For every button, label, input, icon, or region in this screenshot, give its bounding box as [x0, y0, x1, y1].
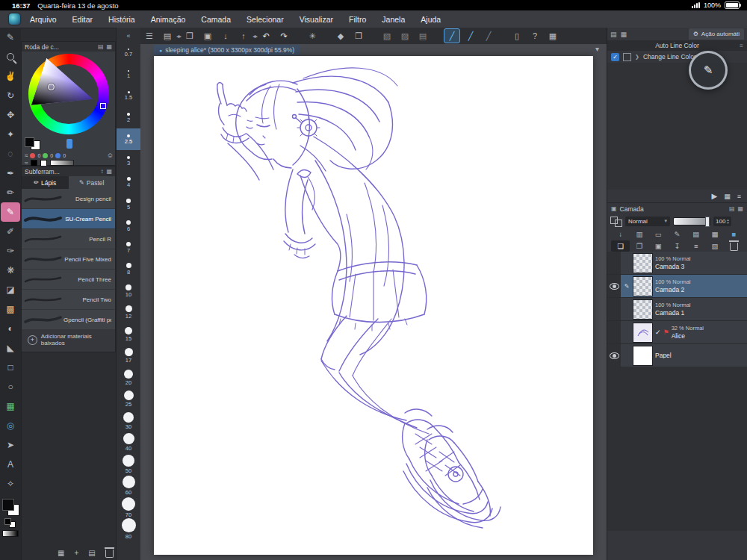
panel-list-icon[interactable]: ▤: [610, 31, 617, 38]
brush-item-pencil-five-mixed[interactable]: Pencil Five Mixed: [22, 249, 115, 270]
size-cell[interactable]: 10: [117, 280, 141, 302]
snap-perspective-icon[interactable]: ▨: [397, 29, 412, 43]
blend-tool[interactable]: ◐: [1, 319, 20, 338]
blend-drop-icon[interactable]: ◆: [333, 29, 348, 43]
size-cell[interactable]: 5: [117, 193, 141, 215]
brush-item-pencil-two[interactable]: Pencil Two: [22, 290, 115, 310]
grid-view-icon[interactable]: ▦: [58, 549, 64, 557]
move-tool[interactable]: ✥: [1, 105, 20, 125]
menu-historia[interactable]: História: [108, 15, 135, 24]
action-menu-icon[interactable]: ≡: [737, 193, 741, 200]
merge-down-button[interactable]: ≡: [686, 240, 705, 252]
new-raster-layer-button[interactable]: ❏: [611, 240, 630, 252]
brush-item-gpencil[interactable]: Gpencil (Graffiti pencil): [22, 310, 115, 330]
material-page-icon[interactable]: ▯: [509, 29, 524, 43]
hue-cursor[interactable]: [100, 103, 106, 109]
figure-square-tool[interactable]: □: [1, 358, 20, 377]
tab-auto-action[interactable]: ⚙ Ação automáti: [689, 28, 744, 40]
size-cell[interactable]: 7: [117, 237, 141, 258]
size-cell[interactable]: 15: [117, 323, 141, 345]
size-cell[interactable]: 4: [117, 172, 141, 193]
tab-pastel[interactable]: ✎ Pastel: [69, 176, 116, 189]
size-cell[interactable]: 70: [117, 497, 141, 518]
panel-sort-icon[interactable]: ↕: [100, 168, 103, 175]
main-color-swatches[interactable]: [1, 498, 19, 516]
panel-grid-icon[interactable]: ▦: [106, 43, 112, 50]
delete-layer-button[interactable]: [725, 240, 743, 252]
crop-icon[interactable]: ❒: [351, 29, 366, 43]
list-view-icon[interactable]: ▤: [88, 549, 95, 557]
tabbar-chevron-icon[interactable]: ▾: [595, 45, 599, 53]
collapse-arrows-icon[interactable]: ◂▸: [176, 33, 181, 40]
text-tool[interactable]: A: [1, 455, 20, 474]
visibility-gutter[interactable]: [607, 298, 621, 320]
brush-item-design-pencil[interactable]: Design pencil: [22, 189, 115, 209]
transfer-layer-icon[interactable]: ↓: [611, 228, 630, 240]
visibility-gutter[interactable]: [607, 252, 621, 274]
size-cell[interactable]: 80: [117, 518, 141, 540]
size-cell[interactable]: 3: [117, 150, 141, 172]
collapse-arrows-icon[interactable]: ◂▸: [252, 33, 257, 40]
curve-line-tool-icon[interactable]: ╱: [463, 29, 478, 43]
opacity-slider-handle[interactable]: [705, 217, 710, 227]
layer-row-papel[interactable]: Papel: [607, 344, 747, 367]
object-tool[interactable]: ✦: [1, 125, 20, 144]
selection-arrow-tool[interactable]: ➤: [1, 435, 20, 455]
size-cell[interactable]: 50: [117, 453, 141, 475]
marker-tool[interactable]: ✑: [1, 241, 20, 261]
combine-mode-icon[interactable]: [610, 217, 622, 226]
brush-item-pencil-three[interactable]: Pencil Three: [22, 270, 115, 290]
layer-thumbnail[interactable]: [633, 276, 653, 296]
transfer-down-button[interactable]: ↧: [668, 240, 686, 252]
menu-selecionar[interactable]: Selecionar: [247, 15, 284, 24]
fill-bucket-tool[interactable]: ◣: [1, 338, 20, 358]
visibility-gutter[interactable]: [607, 275, 621, 297]
size-cell[interactable]: 25: [117, 388, 141, 410]
value-slider-handle[interactable]: [66, 139, 72, 149]
open-file-icon[interactable]: ▣: [200, 29, 215, 43]
clipping-button[interactable]: ▧: [705, 240, 724, 252]
panel-grid-icon[interactable]: ▦: [106, 168, 112, 175]
fountain-pen-tool[interactable]: ✒: [1, 164, 20, 183]
menu-editar[interactable]: Editar: [72, 15, 93, 24]
play-auto-action-button[interactable]: ▶: [712, 192, 718, 200]
hand-tool[interactable]: ✌: [1, 66, 20, 86]
size-cell[interactable]: 0.7: [117, 42, 141, 63]
airbrush-tool[interactable]: ✐: [1, 222, 20, 241]
eye-icon[interactable]: [610, 283, 619, 290]
color-history-bar[interactable]: [2, 530, 19, 537]
layer-thumbnail[interactable]: [633, 253, 653, 273]
opacity-slider[interactable]: [673, 217, 710, 225]
menu-animacao[interactable]: Animação: [151, 15, 186, 24]
tool-property-icon[interactable]: ▤: [160, 29, 175, 43]
size-cell[interactable]: 40: [117, 432, 141, 453]
tab-lapis[interactable]: ✏ Lápis: [22, 176, 69, 189]
pencil-tool[interactable]: ✏: [1, 183, 20, 202]
color-set-smiley-icon[interactable]: ☺: [107, 152, 114, 159]
mask-icon[interactable]: ▤: [686, 228, 705, 240]
eye-icon[interactable]: [610, 352, 619, 359]
size-cell[interactable]: 1.5: [117, 85, 141, 107]
hue-ring[interactable]: [28, 54, 109, 134]
menu-visualizar[interactable]: Visualizar: [300, 15, 333, 24]
floating-edit-button[interactable]: ✎: [689, 51, 728, 90]
size-cell[interactable]: 8: [117, 258, 141, 280]
layer-row-camada-2-selected[interactable]: ✎ 100 % NormalCamada 2: [607, 275, 747, 297]
new-folder-button[interactable]: ▣: [649, 240, 668, 252]
snap-grid-icon[interactable]: ▤: [415, 29, 430, 43]
panel-list-icon[interactable]: ▤: [729, 205, 735, 212]
brush-item-pencil-r[interactable]: Pencil R: [22, 229, 115, 249]
layer-color-icon[interactable]: ■: [725, 228, 743, 240]
auto-action-set-header[interactable]: Auto Line Color ≡: [607, 40, 747, 51]
menu-camada[interactable]: Camada: [201, 15, 231, 24]
main-color-swatch[interactable]: [2, 499, 14, 511]
panel-list-icon[interactable]: ▤: [98, 43, 104, 50]
decoration-tool[interactable]: ❋: [1, 261, 20, 280]
menu-filtro[interactable]: Filtro: [349, 15, 366, 24]
check-icon[interactable]: ✓: [655, 329, 661, 336]
sv-cursor[interactable]: [48, 84, 55, 90]
drawing-canvas[interactable]: [154, 56, 593, 555]
redo-button[interactable]: ↷: [276, 29, 291, 43]
blend-mode-select[interactable]: Normal ▾: [625, 217, 670, 226]
brush-item-su-cream-pencil-selected[interactable]: SU-Cream Pencil: [22, 209, 115, 229]
